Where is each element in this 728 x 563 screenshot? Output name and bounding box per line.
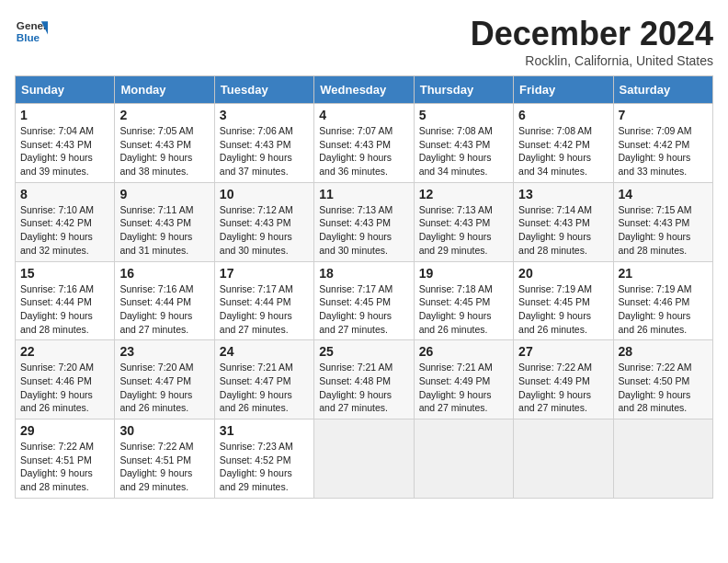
- calendar-cell: 4 Sunrise: 7:07 AMSunset: 4:43 PMDayligh…: [314, 104, 414, 183]
- calendar-cell: 8 Sunrise: 7:10 AMSunset: 4:42 PMDayligh…: [16, 182, 115, 261]
- day-info: Sunrise: 7:22 AMSunset: 4:49 PMDaylight:…: [518, 362, 592, 413]
- calendar-cell: [314, 419, 414, 499]
- day-info: Sunrise: 7:21 AMSunset: 4:49 PMDaylight:…: [419, 362, 493, 413]
- calendar-cell: 16 Sunrise: 7:16 AMSunset: 4:44 PMDaylig…: [115, 261, 214, 340]
- calendar-cell: 5 Sunrise: 7:08 AMSunset: 4:43 PMDayligh…: [414, 104, 513, 183]
- week-row-2: 8 Sunrise: 7:10 AMSunset: 4:42 PMDayligh…: [16, 182, 713, 261]
- day-number: 2: [119, 108, 209, 122]
- col-header-friday: Friday: [514, 76, 613, 104]
- calendar-cell: 20 Sunrise: 7:19 AMSunset: 4:45 PMDaylig…: [514, 261, 613, 340]
- day-info: Sunrise: 7:17 AMSunset: 4:45 PMDaylight:…: [319, 283, 392, 335]
- day-info: Sunrise: 7:16 AMSunset: 4:44 PMDaylight:…: [119, 283, 193, 335]
- day-number: 9: [119, 187, 209, 201]
- calendar-cell: 12 Sunrise: 7:13 AMSunset: 4:43 PMDaylig…: [414, 182, 513, 261]
- calendar-cell: 31 Sunrise: 7:23 AMSunset: 4:52 PMDaylig…: [214, 419, 313, 499]
- calendar-cell: 22 Sunrise: 7:20 AMSunset: 4:46 PMDaylig…: [16, 340, 115, 419]
- calendar-cell: 11 Sunrise: 7:13 AMSunset: 4:43 PMDaylig…: [314, 182, 414, 261]
- day-number: 11: [319, 187, 408, 201]
- col-header-thursday: Thursday: [414, 76, 513, 104]
- calendar-cell: 19 Sunrise: 7:18 AMSunset: 4:45 PMDaylig…: [414, 261, 513, 340]
- calendar-cell: 21 Sunrise: 7:19 AMSunset: 4:46 PMDaylig…: [613, 261, 712, 340]
- day-number: 25: [319, 344, 408, 359]
- day-info: Sunrise: 7:22 AMSunset: 4:50 PMDaylight:…: [619, 362, 692, 413]
- week-row-5: 29 Sunrise: 7:22 AMSunset: 4:51 PMDaylig…: [16, 419, 713, 499]
- calendar-cell: [514, 419, 613, 499]
- calendar-cell: 30 Sunrise: 7:22 AMSunset: 4:51 PMDaylig…: [115, 419, 214, 499]
- day-info: Sunrise: 7:21 AMSunset: 4:48 PMDaylight:…: [319, 362, 392, 413]
- page-subtitle: Rocklin, California, United States: [471, 53, 713, 68]
- day-info: Sunrise: 7:11 AMSunset: 4:43 PMDaylight:…: [119, 204, 193, 256]
- col-header-tuesday: Tuesday: [214, 76, 313, 104]
- calendar-cell: 13 Sunrise: 7:14 AMSunset: 4:43 PMDaylig…: [514, 182, 613, 261]
- day-info: Sunrise: 7:06 AMSunset: 4:43 PMDaylight:…: [220, 125, 293, 177]
- svg-text:General: General: [17, 19, 48, 31]
- calendar-cell: 9 Sunrise: 7:11 AMSunset: 4:43 PMDayligh…: [115, 182, 214, 261]
- calendar-cell: 27 Sunrise: 7:22 AMSunset: 4:49 PMDaylig…: [514, 340, 613, 419]
- calendar-cell: 6 Sunrise: 7:08 AMSunset: 4:42 PMDayligh…: [514, 104, 613, 183]
- day-info: Sunrise: 7:16 AMSunset: 4:44 PMDaylight:…: [20, 283, 94, 335]
- day-info: Sunrise: 7:22 AMSunset: 4:51 PMDaylight:…: [20, 441, 94, 492]
- day-number: 30: [119, 423, 209, 438]
- day-number: 6: [518, 108, 608, 122]
- day-number: 29: [20, 423, 109, 438]
- calendar-cell: 1 Sunrise: 7:04 AMSunset: 4:43 PMDayligh…: [16, 104, 115, 183]
- day-number: 17: [220, 266, 309, 281]
- col-header-saturday: Saturday: [613, 76, 712, 104]
- day-number: 28: [619, 344, 708, 359]
- day-info: Sunrise: 7:10 AMSunset: 4:42 PMDaylight:…: [20, 204, 94, 256]
- calendar-cell: 28 Sunrise: 7:22 AMSunset: 4:50 PMDaylig…: [613, 340, 712, 419]
- col-header-monday: Monday: [115, 76, 214, 104]
- calendar-cell: 10 Sunrise: 7:12 AMSunset: 4:43 PMDaylig…: [214, 182, 313, 261]
- day-number: 19: [419, 266, 508, 281]
- calendar-cell: 26 Sunrise: 7:21 AMSunset: 4:49 PMDaylig…: [414, 340, 513, 419]
- day-number: 1: [20, 108, 109, 122]
- day-info: Sunrise: 7:08 AMSunset: 4:43 PMDaylight:…: [419, 125, 493, 177]
- day-info: Sunrise: 7:19 AMSunset: 4:46 PMDaylight:…: [619, 283, 692, 335]
- day-number: 16: [119, 266, 209, 281]
- calendar-cell: 24 Sunrise: 7:21 AMSunset: 4:47 PMDaylig…: [214, 340, 313, 419]
- day-info: Sunrise: 7:14 AMSunset: 4:43 PMDaylight:…: [518, 204, 592, 256]
- calendar-header: SundayMondayTuesdayWednesdayThursdayFrid…: [16, 76, 713, 104]
- day-number: 8: [20, 187, 109, 201]
- calendar-cell: 14 Sunrise: 7:15 AMSunset: 4:43 PMDaylig…: [613, 182, 712, 261]
- col-header-sunday: Sunday: [16, 76, 115, 104]
- calendar-cell: 3 Sunrise: 7:06 AMSunset: 4:43 PMDayligh…: [214, 104, 313, 183]
- title-block: December 2024 Rocklin, California, Unite…: [471, 15, 713, 68]
- day-number: 31: [220, 423, 309, 438]
- day-number: 13: [518, 187, 608, 201]
- day-number: 26: [419, 344, 508, 359]
- day-info: Sunrise: 7:13 AMSunset: 4:43 PMDaylight:…: [319, 204, 392, 256]
- day-number: 22: [20, 344, 109, 359]
- calendar-cell: 15 Sunrise: 7:16 AMSunset: 4:44 PMDaylig…: [16, 261, 115, 340]
- day-number: 23: [119, 344, 209, 359]
- day-info: Sunrise: 7:22 AMSunset: 4:51 PMDaylight:…: [119, 441, 193, 492]
- day-info: Sunrise: 7:21 AMSunset: 4:47 PMDaylight:…: [220, 362, 293, 413]
- day-info: Sunrise: 7:07 AMSunset: 4:43 PMDaylight:…: [319, 125, 392, 177]
- day-info: Sunrise: 7:12 AMSunset: 4:43 PMDaylight:…: [220, 204, 293, 256]
- week-row-1: 1 Sunrise: 7:04 AMSunset: 4:43 PMDayligh…: [16, 104, 713, 183]
- day-number: 21: [619, 266, 708, 281]
- day-number: 24: [220, 344, 309, 359]
- logo: General Blue: [15, 15, 48, 48]
- day-info: Sunrise: 7:08 AMSunset: 4:42 PMDaylight:…: [518, 125, 592, 177]
- week-row-4: 22 Sunrise: 7:20 AMSunset: 4:46 PMDaylig…: [16, 340, 713, 419]
- col-header-wednesday: Wednesday: [314, 76, 414, 104]
- calendar-cell: 2 Sunrise: 7:05 AMSunset: 4:43 PMDayligh…: [115, 104, 214, 183]
- day-info: Sunrise: 7:09 AMSunset: 4:42 PMDaylight:…: [619, 125, 692, 177]
- calendar-cell: 23 Sunrise: 7:20 AMSunset: 4:47 PMDaylig…: [115, 340, 214, 419]
- day-number: 5: [419, 108, 508, 122]
- day-info: Sunrise: 7:17 AMSunset: 4:44 PMDaylight:…: [220, 283, 293, 335]
- day-info: Sunrise: 7:04 AMSunset: 4:43 PMDaylight:…: [20, 125, 94, 177]
- day-number: 14: [619, 187, 708, 201]
- day-number: 12: [419, 187, 508, 201]
- calendar-cell: 17 Sunrise: 7:17 AMSunset: 4:44 PMDaylig…: [214, 261, 313, 340]
- day-number: 27: [518, 344, 608, 359]
- page-header: General Blue December 2024 Rocklin, Cali…: [15, 15, 713, 68]
- day-number: 20: [518, 266, 608, 281]
- day-number: 4: [319, 108, 408, 122]
- day-info: Sunrise: 7:15 AMSunset: 4:43 PMDaylight:…: [619, 204, 692, 256]
- week-row-3: 15 Sunrise: 7:16 AMSunset: 4:44 PMDaylig…: [16, 261, 713, 340]
- calendar-cell: 7 Sunrise: 7:09 AMSunset: 4:42 PMDayligh…: [613, 104, 712, 183]
- day-number: 10: [220, 187, 309, 201]
- calendar-cell: [414, 419, 513, 499]
